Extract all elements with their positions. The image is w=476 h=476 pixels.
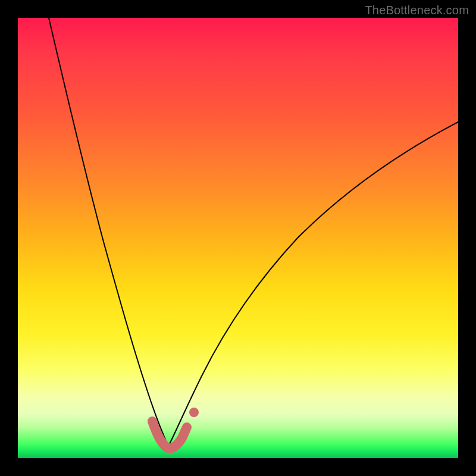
chart-frame: TheBottleneck.com — [0, 0, 476, 476]
curve-left-branch — [49, 18, 168, 446]
watermark-text: TheBottleneck.com — [365, 4, 469, 17]
bottleneck-curve-svg — [18, 18, 458, 458]
trough-highlight-dot — [189, 408, 199, 417]
plot-area — [18, 18, 458, 458]
curve-right-branch — [168, 122, 458, 446]
trough-highlight — [152, 421, 187, 448]
